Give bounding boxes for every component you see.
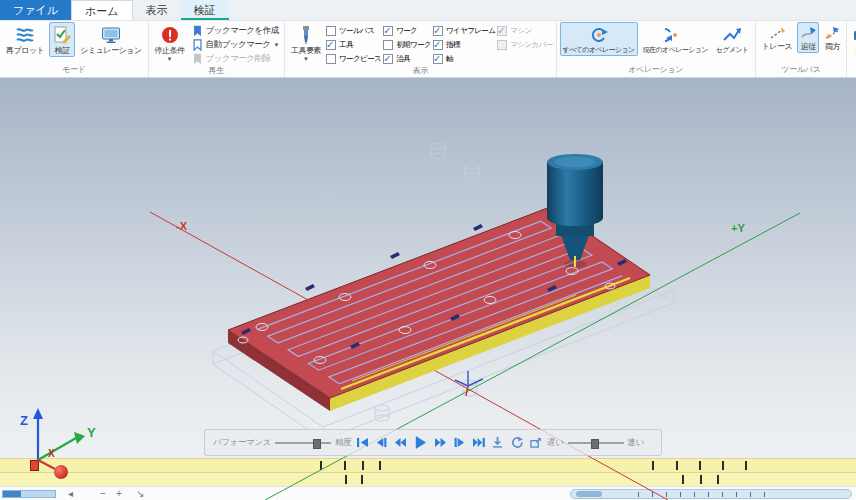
checkbox-axes[interactable]: 軸 (433, 52, 495, 65)
all-operations-button[interactable]: すべてのオペレーション (560, 22, 638, 56)
segment-label: セグメント (716, 46, 749, 54)
checkbox-wireframe[interactable]: ワイヤフレーム (433, 24, 495, 37)
rewind-icon (394, 437, 407, 448)
ribbon-tab-bar: ファイル ホーム 表示 検証 (0, 0, 856, 21)
checkbox-box (433, 26, 443, 36)
timeline-row-2[interactable] (0, 472, 856, 486)
jump-start-icon (356, 437, 369, 448)
bookmark-add-icon (192, 25, 203, 37)
performance-label: パフォーマンス (213, 437, 271, 449)
mini-scrollbar-handle[interactable] (3, 491, 21, 497)
tab-home[interactable]: ホーム (71, 0, 133, 20)
checkbox-box (326, 54, 336, 64)
slider-handle[interactable] (591, 439, 599, 449)
slider-track (275, 442, 331, 444)
goto-position-button[interactable] (490, 437, 505, 448)
checkbox-box (326, 40, 336, 50)
rewind-button[interactable] (393, 437, 408, 448)
timeline-row-1[interactable] (0, 458, 856, 472)
timeline-marker[interactable] (30, 460, 39, 471)
record-button[interactable]: 録画 (850, 22, 856, 57)
dropdown-caret-icon: ▼ (167, 56, 173, 62)
checkbox-workpiece[interactable]: ワークピース (326, 52, 381, 65)
tool-elements-icon (296, 25, 316, 45)
demo-group-label: デモンストレーション ツール (850, 65, 856, 77)
tab-verify[interactable]: 検証 (181, 0, 229, 20)
verify-icon (52, 25, 72, 45)
checkbox-toolpath[interactable]: ツールパス (326, 24, 381, 37)
ribbon-group-operation: すべてのオペレーション 現在のオペレーション セグメント (557, 21, 756, 77)
zoom-in-button[interactable]: + (116, 487, 122, 500)
slow-label: 遅い (547, 437, 563, 449)
step-back-icon (375, 437, 388, 448)
checkbox-box (497, 40, 507, 50)
tool-holder (547, 162, 603, 226)
checkbox-indicators[interactable]: 指標 (433, 38, 495, 51)
replot-label: 再プロット (6, 46, 44, 55)
performance-precision-slider[interactable] (275, 437, 331, 449)
viewport-3d[interactable]: -X +Y (0, 78, 856, 458)
simulation-mode-button[interactable]: シミュレーション (77, 22, 144, 57)
checkbox-initial-stock[interactable]: 初期ワーク (383, 38, 431, 51)
both-icon (824, 25, 840, 41)
verify-mode-button[interactable]: 検証 (49, 22, 75, 57)
pan-left-icon[interactable]: ◂ (68, 487, 73, 500)
current-operation-button[interactable]: 現在のオペレーション (640, 22, 711, 56)
mini-scrollbar[interactable] (2, 490, 56, 498)
checkbox-fixture[interactable]: 治具 (383, 52, 431, 65)
step-back-button[interactable] (374, 437, 389, 448)
ribbon: 再プロット 検証 (0, 21, 856, 78)
ribbon-group-mode: 再プロット 検証 (0, 21, 149, 77)
stop-condition-button[interactable]: 停止条件 ▼ (152, 22, 188, 64)
goto-position-icon (491, 437, 504, 448)
slider-handle[interactable] (313, 439, 321, 449)
replot-button[interactable]: 再プロット (3, 22, 47, 57)
current-operation-icon (665, 25, 685, 45)
timeline-zoom-scrollbar[interactable] (570, 489, 852, 499)
both-button[interactable]: 両方 (821, 22, 843, 53)
segment-icon (722, 25, 742, 45)
fast-forward-button[interactable] (433, 437, 448, 448)
auto-bookmark-button[interactable]: 自動ブックマーク ▼ (190, 38, 281, 51)
zoom-out-button[interactable]: − (100, 487, 106, 500)
follow-button[interactable]: 追従 (797, 22, 819, 53)
create-bookmark-button[interactable]: ブックマークを作成 (190, 24, 281, 37)
repeat-icon (510, 437, 523, 448)
checkbox-machine-housing[interactable]: マシンカバー (497, 38, 552, 51)
jump-start-button[interactable] (355, 437, 370, 448)
detach-button[interactable] (528, 437, 543, 448)
axis-label-neg-x: -X (176, 220, 188, 232)
checkbox-machine[interactable]: マシン (497, 24, 552, 37)
fit-view-button[interactable]: ↘ (136, 487, 144, 500)
checkbox-stock[interactable]: ワーク (383, 24, 431, 37)
playback-bar: パフォーマンス 精度 遅い 速い (204, 429, 662, 456)
dropdown-caret-icon: ▼ (303, 56, 309, 62)
current-operation-label: 現在のオペレーション (643, 46, 708, 54)
mode-group-label: モード (3, 64, 145, 77)
segment-button[interactable]: セグメント (713, 22, 752, 56)
checkbox-tool[interactable]: 工具 (326, 38, 381, 51)
jump-end-button[interactable] (471, 437, 486, 448)
tool-elements-button[interactable]: 工具要素 ▼ (288, 22, 324, 64)
tab-file[interactable]: ファイル (0, 0, 71, 20)
both-label: 両方 (825, 42, 840, 51)
repeat-button[interactable] (509, 437, 524, 448)
delete-bookmark-button[interactable]: ブックマーク削除 (190, 52, 281, 65)
delete-bookmark-label: ブックマーク削除 (206, 53, 271, 65)
precision-label: 精度 (335, 437, 351, 449)
bookmark-delete-icon (192, 53, 203, 65)
step-forward-button[interactable] (452, 437, 467, 448)
tab-view[interactable]: 表示 (133, 0, 181, 20)
axis-label-pos-y: +Y (731, 222, 745, 234)
operation-group-label: オペレーション (560, 64, 752, 77)
checkbox-box (383, 54, 393, 64)
timeline-zoom-handle[interactable] (576, 491, 602, 497)
play-button[interactable] (412, 435, 429, 450)
simulation-icon (101, 25, 121, 45)
follow-label: 追従 (801, 42, 816, 51)
trace-button[interactable]: トレース (759, 22, 796, 53)
app-window: ファイル ホーム 表示 検証 再プロット (0, 0, 856, 500)
all-operations-label: すべてのオペレーション (563, 46, 635, 54)
speed-slider[interactable] (568, 437, 624, 449)
tool-elements-label: 工具要素 (291, 46, 321, 55)
